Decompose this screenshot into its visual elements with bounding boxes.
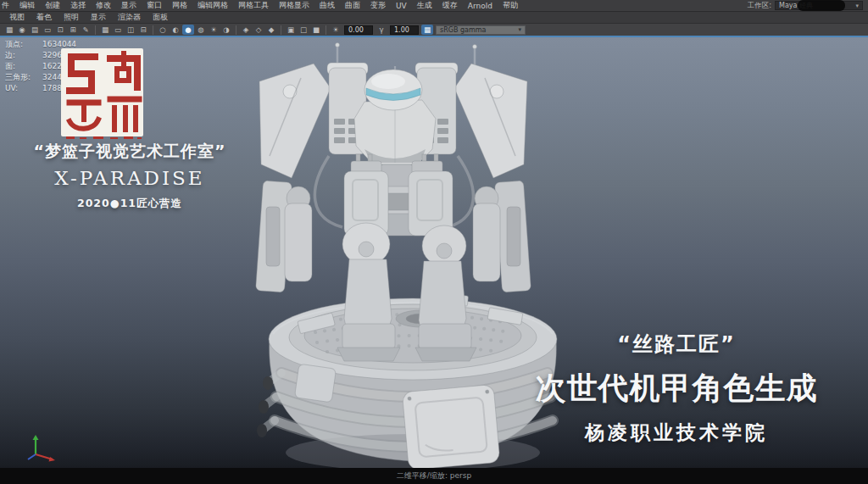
menu-item-arnold[interactable]: Arnold bbox=[463, 2, 498, 10]
hud-label: 面: bbox=[5, 61, 42, 72]
menu-item-uv[interactable]: UV bbox=[391, 2, 412, 10]
lock-camera-icon[interactable]: ◉ bbox=[16, 25, 28, 35]
view-transform-value: sRGB gamma bbox=[440, 26, 486, 34]
menu-item-display[interactable]: 显示 bbox=[116, 0, 142, 11]
panel-menu-renderer[interactable]: 渲染器 bbox=[112, 12, 147, 23]
isolate-select-icon[interactable]: ▣ bbox=[285, 25, 297, 35]
hud-label: 边: bbox=[5, 50, 42, 61]
view-transform-icon[interactable]: ▦ bbox=[421, 25, 433, 35]
menu-item-modify[interactable]: 修改 bbox=[91, 0, 116, 11]
resolution-gate-icon[interactable]: ◫ bbox=[125, 25, 136, 35]
select-camera-icon[interactable]: ▦ bbox=[3, 25, 15, 35]
menu-item-edit[interactable]: 编辑 bbox=[14, 0, 40, 11]
panel-menu-panels[interactable]: 面板 bbox=[147, 12, 174, 23]
exposure-icon[interactable]: ☀ bbox=[330, 25, 342, 35]
menu-item-mesh-tools[interactable]: 网格工具 bbox=[233, 0, 274, 11]
menu-item-create[interactable]: 创建 bbox=[40, 0, 65, 11]
main-menu-bar: 件 编辑 创建 选择 修改 显示 窗口 网格 编辑网格 网格工具 网格显示 曲线… bbox=[0, 0, 868, 11]
menu-item-cache[interactable]: 缓存 bbox=[437, 0, 463, 11]
occlusion-icon[interactable]: ◑ bbox=[220, 25, 232, 35]
camera-attributes-icon[interactable]: ▤ bbox=[29, 25, 41, 35]
menu-item-generate[interactable]: 生成 bbox=[412, 0, 437, 11]
menu-item-select[interactable]: 选择 bbox=[65, 0, 91, 11]
panel-menu-show[interactable]: 显示 bbox=[85, 12, 112, 23]
workspace-label: 工作区: bbox=[748, 1, 771, 11]
exposure-field[interactable]: 0.00 bbox=[344, 25, 373, 35]
grid-icon[interactable]: ▦ bbox=[99, 25, 111, 35]
wireframe-icon[interactable]: ○ bbox=[157, 25, 169, 35]
toolbar-separator bbox=[281, 25, 281, 35]
menu-item-mesh-display[interactable]: 网格显示 bbox=[274, 0, 314, 11]
panel-menu-bar: 视图 着色 照明 显示 渲染器 面板 bbox=[0, 11, 868, 23]
view-transform-dropdown[interactable]: sRGB gamma ▾ bbox=[436, 25, 526, 35]
axis-gizmo bbox=[22, 431, 61, 466]
depth-of-field-icon[interactable]: ◆ bbox=[265, 25, 277, 35]
chevron-down-icon: ▾ bbox=[518, 26, 521, 33]
menu-item-mesh[interactable]: 网格 bbox=[167, 0, 192, 11]
film-gate-icon[interactable]: ▭ bbox=[112, 25, 124, 35]
bookmark-icon[interactable]: ▭ bbox=[42, 25, 53, 35]
menu-item-file[interactable]: 件 bbox=[0, 0, 14, 11]
hud-label: 三角形: bbox=[5, 72, 42, 83]
redaction-mark bbox=[798, 0, 845, 11]
menu-item-windows[interactable]: 窗口 bbox=[142, 0, 167, 11]
motion-blur-icon[interactable]: ◈ bbox=[240, 25, 252, 35]
panel-menu-view[interactable]: 视图 bbox=[3, 12, 31, 23]
panel-menu-shading[interactable]: 着色 bbox=[31, 12, 58, 23]
viewport-toolbar: ▦ ◉ ▤ ▭ ⊡ ⊞ ✎ ▦ ▭ ◫ ⊟ ○ ◐ ● ◍ ☀ ◑ ◈ ◇ ◆ … bbox=[0, 23, 868, 36]
hud-label: 顶点: bbox=[5, 39, 42, 50]
multisample-icon[interactable]: ◇ bbox=[253, 25, 264, 35]
toolbar-separator bbox=[326, 25, 326, 35]
menu-item-surfaces[interactable]: 曲面 bbox=[340, 0, 365, 11]
title-quote-text: “丝路工匠” bbox=[492, 331, 861, 358]
studio-name-text: “梦篮子视觉艺术工作室” bbox=[10, 141, 249, 163]
shaded-mode-icon[interactable]: ◐ bbox=[170, 25, 181, 35]
toolbar-separator bbox=[95, 25, 96, 35]
title-overlay: “丝路工匠” 次世代机甲角色生成 杨凌职业技术学院 bbox=[492, 331, 861, 446]
menu-item-deform[interactable]: 变形 bbox=[365, 0, 391, 11]
joint-xray-icon[interactable]: ■ bbox=[310, 25, 322, 35]
gate-mask-icon[interactable]: ⊟ bbox=[137, 25, 149, 35]
pan-zoom-status-text: 二维平移/缩放: persp bbox=[397, 470, 471, 481]
lights-icon[interactable]: ◍ bbox=[195, 25, 207, 35]
textured-mode-icon[interactable]: ● bbox=[182, 25, 194, 35]
gamma-field[interactable]: 1.00 bbox=[390, 25, 419, 35]
title-subtitle-text: 杨凌职业技术学院 bbox=[492, 420, 861, 446]
perspective-viewport[interactable]: 顶点: 1634044 边: 3296521 面: 1622024 三角形: 3… bbox=[0, 37, 868, 468]
shadows-icon[interactable]: ☀ bbox=[208, 25, 220, 35]
menu-item-edit-mesh[interactable]: 编辑网格 bbox=[192, 0, 233, 11]
studio-overlay: “梦篮子视觉艺术工作室” X-PARADISE 2020●11匠心营造 bbox=[10, 141, 249, 211]
xray-icon[interactable]: □ bbox=[298, 25, 309, 35]
pan-zoom-icon[interactable]: ⊞ bbox=[67, 25, 79, 35]
toolbar-separator bbox=[236, 25, 236, 35]
workspace-dropdown[interactable]: Maya 经典 ▾ bbox=[775, 1, 863, 10]
red-seal-stamp bbox=[61, 48, 143, 140]
gamma-icon[interactable]: γ bbox=[376, 25, 387, 35]
menu-item-help[interactable]: 帮助 bbox=[498, 0, 523, 11]
studio-year-text: 2020●11匠心营造 bbox=[10, 197, 249, 211]
panel-menu-lighting[interactable]: 照明 bbox=[58, 12, 85, 23]
title-main-text: 次世代机甲角色生成 bbox=[492, 368, 861, 409]
grease-pencil-icon[interactable]: ✎ bbox=[80, 25, 92, 35]
maya-window: 件 编辑 创建 选择 修改 显示 窗口 网格 编辑网格 网格工具 网格显示 曲线… bbox=[0, 0, 868, 484]
chevron-down-icon: ▾ bbox=[855, 3, 859, 9]
studio-brand-text: X-PARADISE bbox=[10, 167, 249, 189]
image-plane-icon[interactable]: ⊡ bbox=[54, 25, 66, 35]
hud-label: UV: bbox=[5, 83, 42, 94]
menu-item-curves[interactable]: 曲线 bbox=[314, 0, 340, 11]
toolbar-separator bbox=[153, 25, 153, 35]
status-bar: 二维平移/缩放: persp bbox=[0, 468, 868, 484]
